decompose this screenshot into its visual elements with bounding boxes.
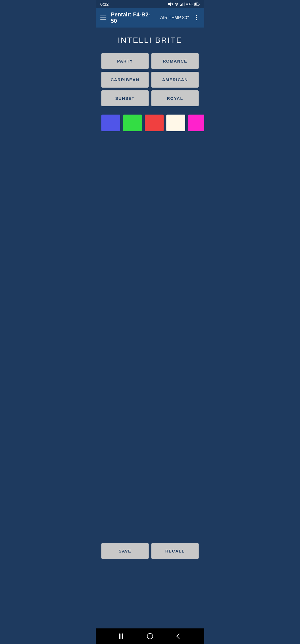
save-button[interactable]: SAVE	[101, 543, 149, 559]
color-red-swatch[interactable]	[145, 115, 164, 131]
back-stack-button[interactable]	[119, 633, 123, 639]
status-icons: 43%	[168, 2, 200, 6]
more-options-button[interactable]: ⋮	[193, 14, 200, 21]
signal-icon	[180, 2, 185, 6]
svg-rect-5	[182, 3, 183, 6]
battery-text: 43%	[186, 2, 193, 6]
air-temp-display: AIR TEMP 80°	[160, 15, 189, 20]
battery-icon	[194, 3, 200, 6]
royal-button[interactable]: ROYAL	[151, 90, 199, 106]
app-bar: Pentair: F4-B2-50 AIR TEMP 80° ⋮	[96, 8, 204, 28]
app-title: Pentair: F4-B2-50	[111, 11, 156, 24]
color-white-swatch[interactable]	[166, 115, 185, 131]
color-blue-swatch[interactable]	[101, 115, 120, 131]
color-magenta-swatch[interactable]	[188, 115, 204, 131]
status-bar: 6:12 43%	[96, 0, 204, 8]
back-button[interactable]	[177, 634, 181, 638]
american-button[interactable]: AMERICAN	[151, 72, 199, 88]
bottom-nav	[96, 628, 204, 644]
svg-rect-3	[180, 5, 181, 6]
main-content: INTELLI BRITE PARTY ROMANCE CARRIBEAN AM…	[96, 28, 204, 628]
sunset-button[interactable]: SUNSET	[101, 90, 149, 106]
wifi-icon	[174, 2, 179, 6]
content-spacer	[101, 142, 199, 543]
color-green-swatch[interactable]	[123, 115, 142, 131]
svg-rect-6	[184, 3, 184, 6]
status-time: 6:12	[100, 2, 109, 6]
color-swatches	[101, 115, 199, 131]
menu-button[interactable]	[100, 16, 106, 20]
svg-rect-9	[195, 3, 197, 5]
home-icon	[147, 633, 153, 639]
back-icon	[176, 633, 182, 639]
back-stack-icon	[119, 633, 123, 639]
romance-button[interactable]: ROMANCE	[151, 53, 199, 69]
svg-marker-0	[168, 2, 171, 6]
page-title: INTELLI BRITE	[101, 36, 199, 45]
party-button[interactable]: PARTY	[101, 53, 149, 69]
action-buttons: SAVE RECALL	[101, 543, 199, 559]
carribean-button[interactable]: CARRIBEAN	[101, 72, 149, 88]
mute-icon	[168, 2, 173, 6]
svg-rect-4	[181, 4, 182, 6]
mode-buttons-grid: PARTY ROMANCE CARRIBEAN AMERICAN SUNSET …	[101, 53, 199, 106]
home-button[interactable]	[147, 633, 153, 639]
recall-button[interactable]: RECALL	[151, 543, 199, 559]
svg-rect-8	[199, 4, 200, 5]
extra-space	[101, 567, 199, 623]
